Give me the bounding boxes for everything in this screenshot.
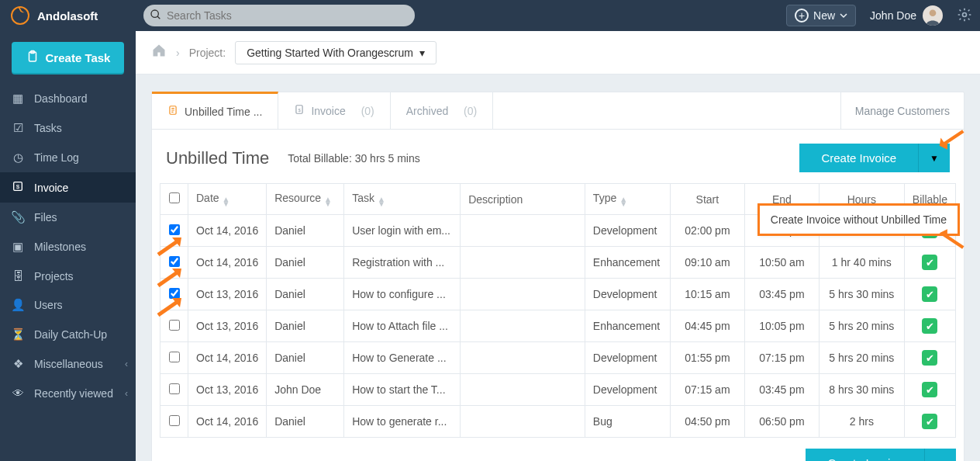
cell-start: 10:15 am [670,279,744,310]
create-invoice-dropdown-toggle[interactable]: ▼ [918,144,950,172]
project-name: Getting Started With Orangescrum [247,47,413,59]
cell-date: Oct 13, 2016 [188,279,267,310]
layers-icon: ❖ [11,357,25,371]
cell-end: 06:50 pm [744,406,819,438]
table-row: Oct 13, 2016John DoeHow to start the T..… [160,374,956,406]
table-row: Oct 13, 2016DanielHow to Attach file ...… [160,310,956,342]
sidebar-item-miscellaneous[interactable]: ❖Miscellaneous‹ [0,349,136,379]
row-checkbox[interactable] [169,352,180,362]
cell-description [461,247,585,279]
col-resource[interactable]: Resource [274,192,321,204]
tasks-icon: ☑ [11,121,25,135]
project-selector[interactable]: Getting Started With Orangescrum ▾ [235,41,437,64]
home-icon[interactable] [151,43,167,62]
sort-icon: ▲▼ [223,197,230,206]
tab-count: (0) [464,105,477,117]
sidebar-item-label: Files [34,211,57,224]
invoice-card: Unbilled Time ... $ Invoice (0) Archived… [151,92,964,461]
row-checkbox[interactable] [169,320,180,331]
tabs-row: Unbilled Time ... $ Invoice (0) Archived… [152,92,964,130]
sort-icon: ▲▼ [378,197,385,206]
new-label: New [813,9,835,22]
cell-start: 09:10 am [670,247,744,279]
col-end: End [772,193,792,206]
cell-start: 01:55 pm [670,342,744,374]
tab-invoice[interactable]: $ Invoice (0) [278,92,390,129]
cell-hours: 5 hrs 20 mins [819,310,904,342]
manage-customers-button[interactable]: Manage Customers [840,92,964,129]
cell-resource: Daniel [267,406,344,438]
search-icon [150,9,162,23]
row-checkbox[interactable] [169,415,180,426]
sidebar-item-dailycatchup[interactable]: ⏳Daily Catch-Up [0,320,136,349]
users-icon: 👤 [11,298,25,312]
sidebar-item-label: Tasks [34,122,62,134]
user-menu[interactable]: John Doe [870,5,943,26]
new-button[interactable]: + New [786,5,856,26]
tab-count: (0) [361,105,374,117]
row-checkbox[interactable] [169,256,180,267]
table-row: Oct 14, 2016DanielRegistration with ...E… [160,247,956,279]
cell-start: 04:50 pm [670,406,744,438]
tab-label: Unbilled Time ... [185,106,262,118]
sidebar-item-files[interactable]: 📎Files [0,203,136,232]
cell-task: How to configure ... [344,279,461,310]
chevron-down-icon [840,9,847,22]
unbilled-icon [167,105,178,118]
col-description: Description [468,193,523,206]
row-checkbox[interactable] [169,288,180,299]
tab-archived[interactable]: Archived (0) [391,92,493,129]
cell-resource: Daniel [267,247,344,279]
cell-type: Development [585,374,670,406]
sidebar-item-label: Dashboard [34,92,88,105]
cell-date: Oct 14, 2016 [188,406,267,438]
brand: Andolasoft [0,6,136,25]
cell-hours: 1 hr 40 mins [819,247,904,279]
create-task-button[interactable]: Create Task [12,42,124,73]
table-row: Oct 14, 2016DanielHow to Generate ...Dev… [160,342,956,374]
select-all-checkbox[interactable] [169,192,180,203]
sidebar-item-timelog[interactable]: ◷Time Log [0,143,136,172]
create-invoice-button[interactable]: Create Invoice [799,144,918,172]
cell-hours: 5 hrs 30 mins [819,279,904,310]
cell-task: Registration with ... [344,247,461,279]
create-task-label: Create Task [46,51,111,64]
col-task[interactable]: Task [352,192,374,204]
svg-point-3 [963,12,967,16]
billable-badge-icon: ✔ [922,255,937,270]
row-checkbox[interactable] [169,224,180,235]
row-checkbox[interactable] [169,383,180,394]
col-hours: Hours [847,193,876,206]
search-wrap [143,5,415,26]
gear-icon[interactable] [957,7,972,25]
sidebar-item-tasks[interactable]: ☑Tasks [0,113,136,143]
sidebar-item-label: Invoice [34,182,68,194]
cell-start: 04:45 pm [670,310,744,342]
col-start: Start [696,193,719,206]
sidebar-item-projects[interactable]: 🗄Projects [0,262,136,290]
create-invoice-button-bottom[interactable]: Create Invoice [806,449,924,461]
search-input[interactable] [143,5,415,26]
sidebar-item-dashboard[interactable]: ▦Dashboard [0,84,136,113]
sidebar-item-milestones[interactable]: ▣Milestones [0,232,136,262]
milestones-icon: ▣ [11,240,25,254]
sidebar-item-users[interactable]: 👤Users [0,290,136,320]
caret-down-icon: ▾ [419,47,425,59]
eye-icon: 👁 [11,386,25,400]
sidebar-item-label: Projects [34,270,74,282]
col-date[interactable]: Date [196,192,219,204]
cell-description [461,310,585,342]
cell-end: 07:15 pm [744,342,819,374]
cell-task: User login with em... [344,215,461,247]
tab-unbilled-time[interactable]: Unbilled Time ... [152,92,278,129]
col-type[interactable]: Type [593,192,616,204]
create-invoice-dropdown-toggle-bottom[interactable]: ▼ [924,449,956,461]
sidebar-item-invoice[interactable]: $Invoice [0,172,136,203]
cell-hours: 8 hrs 30 mins [819,374,904,406]
billable-badge-icon: ✔ [922,286,937,302]
create-invoice-dropdown-item[interactable]: Create Invoice without Unbilled Time [759,205,958,234]
cell-type: Development [585,342,670,374]
sidebar-item-recentlyviewed[interactable]: 👁Recently viewed‹ [0,379,136,407]
cell-task: How to generate r... [344,406,461,438]
cell-type: Development [585,279,670,310]
